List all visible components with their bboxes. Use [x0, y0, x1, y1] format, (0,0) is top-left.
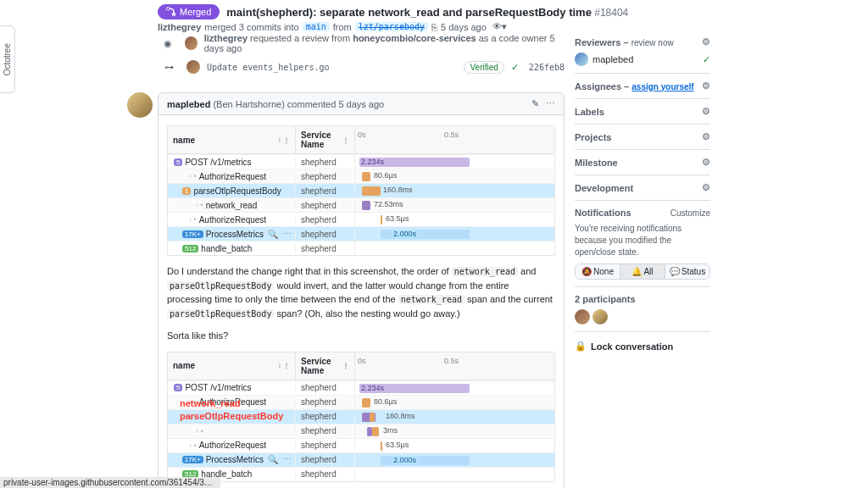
duration-label: 63.5µs [386, 214, 409, 223]
mute-icon: 🔕 [581, 267, 592, 276]
octotree-tab[interactable]: Octotree [0, 25, 15, 93]
span-name: AuthorizeRequest [199, 215, 267, 225]
lock-conversation[interactable]: 🔒 Lock conversation [575, 332, 710, 352]
duration-tag: 2.234s [359, 158, 386, 166]
service-name: shepherd [295, 244, 354, 253]
comment-avatar[interactable] [127, 92, 153, 118]
avatar[interactable] [593, 309, 608, 324]
edit-icon[interactable]: ✎ [531, 98, 539, 109]
duration-tag: 2.234s [359, 384, 386, 392]
avatar[interactable] [185, 36, 198, 50]
notif-all-button[interactable]: 🔔All [620, 264, 665, 279]
magnify-icon: 🔍 [268, 230, 278, 239]
more-icon: ⋯ [282, 454, 292, 465]
notification-reason: You're receiving notifications because y… [575, 223, 710, 258]
avatar[interactable] [575, 309, 590, 324]
trace-row: 512handle_batchshepherd [168, 467, 554, 481]
service-name: shepherd [295, 469, 354, 479]
span-bar [362, 186, 381, 196]
span-name: handle_batch [201, 244, 252, 253]
commit-hash[interactable]: 226feb8 [529, 63, 565, 72]
gear-icon[interactable]: ⚙ [702, 182, 710, 193]
gear-icon[interactable]: ⚙ [702, 157, 710, 168]
verified-badge[interactable]: Verified [464, 61, 504, 74]
service-name: shepherd [295, 426, 354, 435]
duration-label: 80.6µs [374, 171, 397, 180]
duration-label: 160.8ms [383, 186, 413, 194]
trace-row: 1parseOtlpRequestBodyshepherd160.8ms [168, 183, 554, 197]
service-name: shepherd [295, 397, 354, 407]
span-name: AuthorizeRequest [199, 172, 267, 181]
labels-heading: Labels [575, 107, 604, 117]
lock-icon: 🔒 [575, 341, 587, 352]
duration-label: 160.8ms [386, 412, 415, 420]
pr-title: maint(shepherd): separate network_read a… [226, 6, 592, 19]
count-pill: 17K+ [182, 456, 203, 463]
trace-row: › •network_readshepherd72.53ms [168, 197, 554, 212]
span-name: ProcessMetrics [206, 230, 264, 239]
comment-paragraph: Do I understand the change right that in… [167, 264, 555, 320]
trace-row: › •AuthorizeRequestshepherd80.6µs [168, 169, 554, 183]
duration-tag: 2.000s [392, 456, 418, 464]
commit-event: ⊶ Update events_helpers.go Verified ✓ 22… [158, 57, 565, 77]
span-name: POST /v1/metrics [185, 383, 251, 392]
commit-icon: ⊶ [158, 62, 180, 73]
span-bar [381, 215, 382, 225]
notif-none-button[interactable]: 🔕None [576, 264, 620, 279]
development-heading: Development [575, 183, 633, 193]
trace-screenshot-2: name↕ ⋮ Service Name⋮ 0s 0.5s 5POST /v1/… [167, 352, 555, 482]
count-pill: 5 [174, 158, 182, 166]
duration-tag: 2.000s [392, 230, 418, 238]
customize-link[interactable]: Customize [670, 208, 710, 218]
assign-yourself-link[interactable]: assign yourself [632, 82, 693, 92]
service-name: shepherd [295, 186, 354, 196]
milestone-heading: Milestone [575, 158, 618, 168]
gear-icon[interactable]: ⚙ [702, 106, 710, 117]
span-bar [362, 398, 370, 408]
sort-icon: ⋮ [342, 136, 349, 144]
gear-icon[interactable]: ⚙ [702, 131, 710, 142]
sort-icon: ⋮ [342, 362, 349, 369]
pr-header: Merged maint(shepherd): separate network… [158, 4, 868, 32]
count-pill: 512 [182, 245, 198, 252]
notifications-heading: Notifications [575, 208, 632, 218]
duration-label: 80.6µs [374, 397, 397, 406]
trace-row: › •shepherd160.8ms [168, 409, 554, 424]
gear-icon[interactable]: ⚙ [702, 36, 710, 47]
kebab-icon[interactable]: ⋯ [546, 98, 555, 109]
chat-icon: 💬 [670, 267, 680, 276]
trace-row: 17K+ProcessMetrics🔍⋯shepherd2.000s [168, 226, 554, 241]
trace-row: › •AuthorizeRequestshepherd80.6µs [168, 395, 554, 409]
comment-author[interactable]: maplebed [167, 99, 210, 109]
avatar[interactable] [575, 53, 588, 66]
span-name: network_read [206, 201, 258, 210]
count-pill: 5 [174, 384, 182, 391]
bell-icon: 🔔 [632, 267, 642, 276]
assignees-heading: Assignees [575, 81, 621, 92]
merge-icon [166, 7, 176, 17]
check-icon: ✓ [511, 62, 519, 73]
review-request-event: ◉ lizthegrey requested a review from hon… [158, 30, 565, 57]
trace-row: › •AuthorizeRequestshepherd63.5µs [168, 212, 554, 226]
count-pill: 1 [182, 187, 191, 195]
span-name: ProcessMetrics [206, 455, 264, 464]
duration-label: 63.5µs [386, 441, 409, 449]
trace-row: 17K+ProcessMetrics🔍⋯shepherd2.000s [168, 452, 554, 467]
service-name: shepherd [295, 441, 354, 450]
span-name: AuthorizeRequest [199, 441, 267, 450]
duration-label: 72.53ms [374, 200, 403, 208]
status-bar-url: private-user-images.githubusercontent.co… [0, 477, 220, 488]
more-icon: ⋯ [282, 229, 292, 240]
service-name: shepherd [295, 201, 354, 210]
participants-heading: 2 participants [575, 294, 636, 304]
gear-icon[interactable]: ⚙ [702, 80, 710, 92]
octotree-label: Octotree [3, 43, 12, 75]
service-name: shepherd [295, 172, 354, 181]
notif-status-button[interactable]: 💬Status [665, 264, 709, 279]
eye-icon: ◉ [158, 38, 178, 49]
avatar[interactable] [186, 60, 200, 74]
span-bar [362, 201, 370, 210]
span-name: parseOtlpRequestBody [193, 186, 281, 196]
reviewer-name[interactable]: maplebed [593, 54, 633, 64]
trace-row: › •shepherd3ms [168, 424, 554, 438]
